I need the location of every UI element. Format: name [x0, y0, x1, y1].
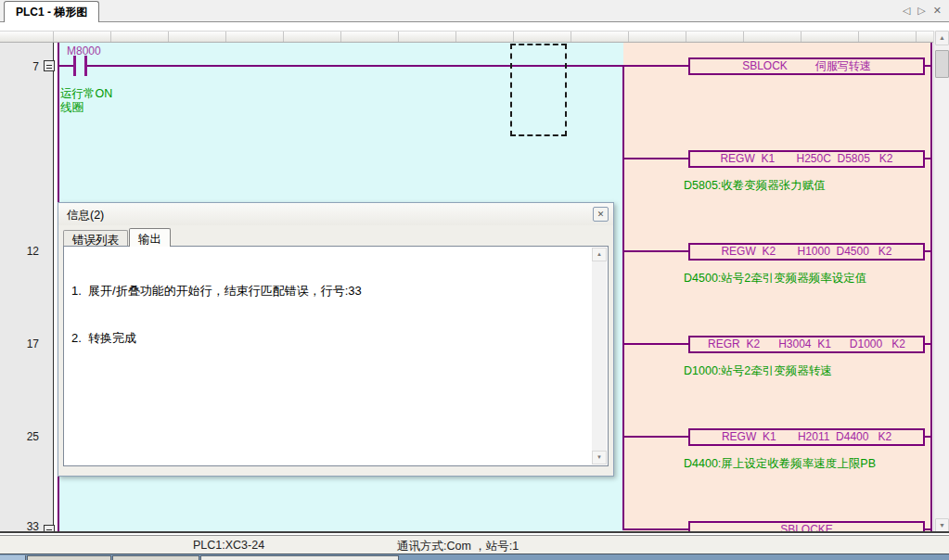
dock-segment	[0, 555, 26, 560]
instruction-comment: D5805:收卷变频器张力赋值	[684, 178, 826, 193]
scroll-down-icon[interactable]: ▼	[592, 451, 607, 465]
scroll-up-icon[interactable]: ▲	[935, 31, 949, 45]
tab-output[interactable]: 输出	[129, 228, 171, 247]
instruction-block-regw-2[interactable]: REGW K2 H1000 D4500 K2	[688, 243, 925, 261]
instruction-block-regw-3[interactable]: REGW K1 H2011 D4400 K2	[688, 428, 925, 446]
branch-bus-wire	[622, 65, 624, 530]
row-number: 12	[0, 244, 39, 259]
instruction-block-regr[interactable]: REGR K2 H3004 K1 D1000 K2	[688, 336, 925, 353]
stub-wire	[624, 250, 688, 252]
close-tab-icon[interactable]: ✕	[933, 5, 942, 17]
instruction-comment: D4400:屏上设定收卷频率速度上限PB	[684, 456, 876, 471]
selection-cursor	[510, 44, 567, 136]
bottom-dock-strip	[0, 554, 949, 560]
stub-wire	[624, 158, 688, 159]
stub-wire	[624, 343, 688, 345]
tab-error-list[interactable]: 错误列表	[63, 230, 128, 247]
row-number: 33	[0, 519, 39, 533]
scroll-up-icon[interactable]: ▲	[592, 248, 607, 261]
document-tab-bar: PLC1 - 梯形图 ◁ ▷ ✕	[0, 0, 949, 22]
contact-gap	[76, 65, 84, 67]
scrollbar-thumb[interactable]	[935, 50, 949, 78]
output-message-panel[interactable]: 1. 展开/折叠功能的开始行，结束行匹配错误，行号:33 2. 转换完成 ▲ ▼	[63, 246, 609, 466]
next-tab-icon[interactable]: ▷	[917, 5, 925, 17]
dialog-vertical-scrollbar[interactable]: ▲ ▼	[592, 248, 607, 465]
status-comm-mode: 通讯方式:Com ，站号:1	[397, 539, 519, 554]
dock-tab[interactable]	[112, 555, 199, 560]
dialog-tab-strip: 错误列表 输出	[63, 228, 172, 247]
contact-comment: 运行常ON 线圈	[60, 87, 112, 115]
plc-ladder-editor: { "window": { "tab_title": "PLC1 - 梯形图",…	[0, 0, 949, 560]
grid-column-header	[0, 31, 933, 43]
output-messages: 1. 展开/折叠功能的开始行，结束行匹配错误，行号:33 2. 转换完成	[71, 251, 587, 377]
dialog-close-icon[interactable]: ✕	[593, 207, 609, 222]
instruction-block-sblock[interactable]: SBLOCK 伺服写转速	[688, 57, 925, 75]
contact-m8000-right-bar	[84, 56, 87, 76]
instruction-comment: D4500:站号2牵引变频器频率设定值	[684, 271, 866, 286]
row-number: 7	[0, 59, 39, 74]
rung-wire	[58, 65, 688, 67]
tab-nav-controls: ◁ ▷ ✕	[903, 5, 942, 17]
scroll-down-icon[interactable]: ▼	[935, 518, 949, 533]
instruction-block-sblocke[interactable]: SBLOCKE	[688, 521, 925, 533]
dialog-title: 信息(2)	[67, 208, 104, 223]
row-number: 17	[0, 337, 39, 351]
status-bar: PLC1:XC3-24 通讯方式:Com ，站号:1	[0, 535, 949, 554]
dock-tab[interactable]	[200, 555, 399, 560]
message-dialog: 信息(2) ✕ 错误列表 输出 1. 展开/折叠功能的开始行，结束行匹配错误，行…	[58, 202, 614, 477]
output-message-line: 1. 展开/折叠功能的开始行，结束行匹配错误，行号:33	[71, 283, 587, 299]
contact-m8000-left-bar	[73, 56, 76, 76]
contact-m8000-label[interactable]: M8000	[67, 45, 101, 57]
tab-plc1-ladder[interactable]: PLC1 - 梯形图	[4, 1, 99, 22]
stub-wire	[624, 436, 688, 438]
instruction-comment: D1000:站号2牵引变频器转速	[684, 363, 832, 378]
row-number: 25	[0, 429, 39, 444]
fold-marker-row7[interactable]	[44, 60, 55, 71]
prev-tab-icon[interactable]: ◁	[903, 5, 910, 17]
dock-tab[interactable]	[27, 555, 111, 560]
dialog-title-bar[interactable]: 信息(2)	[58, 203, 613, 225]
instruction-block-regw-1[interactable]: REGW K1 H250C D5805 K2	[688, 150, 925, 168]
output-message-line: 2. 转换完成	[71, 330, 587, 346]
editor-vertical-scrollbar[interactable]: ▲ ▼	[933, 31, 949, 533]
stub-wire	[624, 528, 688, 530]
fold-marker-row33[interactable]	[44, 525, 55, 533]
row-number-gutter	[0, 43, 54, 533]
status-device-model: PLC1:XC3-24	[193, 539, 264, 552]
